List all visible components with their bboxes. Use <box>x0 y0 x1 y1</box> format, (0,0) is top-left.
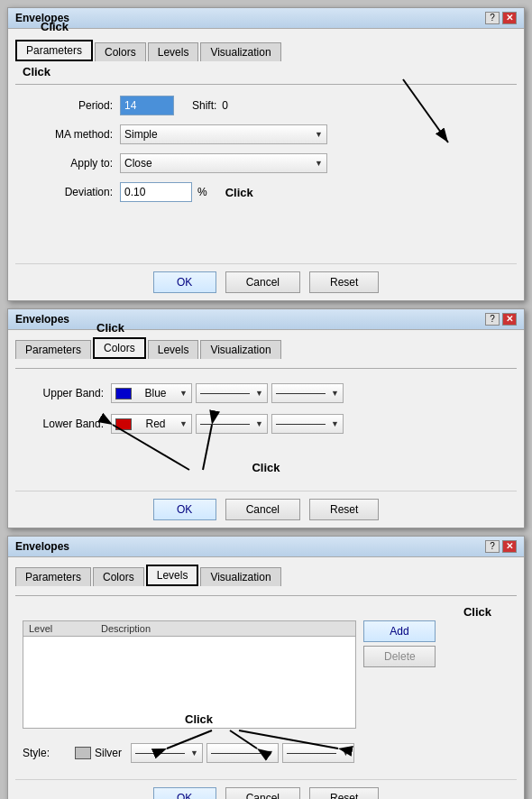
upper-band-dropdown-arrow: ▼ <box>179 389 188 398</box>
lower-band-line-style-2[interactable]: ▼ <box>271 414 344 434</box>
deviation-row: Deviation: % Click <box>23 182 509 202</box>
levels-col-desc: Description <box>101 623 151 634</box>
tab-levels-1[interactable]: Levels <box>148 42 199 61</box>
dialog-colors: Envelopes ? ✕ Parameters Colors Levels V… <box>7 308 525 528</box>
period-row: Period: Shift: 0 <box>23 96 509 115</box>
tab-visualization-3[interactable]: Visualization <box>200 567 280 586</box>
cancel-button-3[interactable]: Cancel <box>225 787 300 799</box>
help-button-2[interactable]: ? <box>485 313 500 326</box>
tab-content-1: Period: Shift: 0 MA method: Simple ▼ App… <box>15 84 517 215</box>
style-line-preview-3 <box>287 753 336 754</box>
tab-colors-1[interactable]: Colors <box>95 42 146 61</box>
cancel-button-2[interactable]: Cancel <box>225 499 300 520</box>
titlebar-buttons-2: ? ✕ <box>485 313 517 326</box>
lower-band-row: Lower Band: Red ▼ ▼ ▼ <box>23 414 509 434</box>
annotation-click-colors: Click <box>23 461 509 474</box>
style-row: Style: Silver ▼ ▼ ▼ <box>23 743 509 763</box>
help-button-3[interactable]: ? <box>485 540 500 553</box>
upper-line-preview-1 <box>200 393 250 394</box>
titlebar-3: Envelopes ? ✕ <box>8 537 524 557</box>
ok-button-1[interactable]: OK <box>153 271 216 293</box>
tabs-2: Parameters Colors Levels Visualization <box>15 337 517 359</box>
reset-button-2[interactable]: Reset <box>309 499 379 520</box>
titlebar-1: Envelopes ? ✕ <box>8 8 524 29</box>
add-button[interactable]: Add <box>363 620 436 642</box>
levels-col-level: Level <box>29 623 101 634</box>
button-row-2: OK Cancel Reset <box>15 491 517 520</box>
ok-button-3[interactable]: OK <box>153 787 216 799</box>
style-line-dropdown-1[interactable]: ▼ <box>131 743 203 763</box>
levels-side-buttons: Add Delete <box>363 620 436 667</box>
upper-band-color-dropdown[interactable]: Blue ▼ <box>111 383 192 403</box>
upper-line-arrow-2: ▼ <box>331 389 339 398</box>
tabs-3: Parameters Colors Levels Visualization <box>15 565 517 586</box>
tab-visualization-1[interactable]: Visualization <box>200 42 280 61</box>
style-color-swatch <box>75 747 91 759</box>
dialog1-content: Click Parameters Colors Levels Visualiza… <box>8 29 524 300</box>
lower-line-preview-2 <box>276 424 326 425</box>
style-line-preview-1 <box>135 753 185 754</box>
ma-method-dropdown[interactable]: Simple ▼ <box>120 124 327 144</box>
shift-value: 0 <box>222 99 228 112</box>
cancel-button-1[interactable]: Cancel <box>225 271 300 293</box>
style-color-name: Silver <box>95 747 122 759</box>
tab-content-2: Upper Band: Blue ▼ ▼ ▼ Lower Band: <box>15 368 517 478</box>
ma-method-value: Simple <box>124 128 158 141</box>
upper-band-line-style-2[interactable]: ▼ <box>271 383 344 403</box>
reset-button-3[interactable]: Reset <box>309 787 379 799</box>
pct-label: % <box>197 186 207 198</box>
lower-band-color-dropdown[interactable]: Red ▼ <box>111 414 192 434</box>
levels-table-body[interactable] <box>23 637 355 718</box>
button-row-3: OK Cancel Reset <box>15 779 517 799</box>
dialog-title-3: Envelopes <box>15 540 69 553</box>
tab-colors-2[interactable]: Colors <box>93 337 146 359</box>
style-label: Style: <box>23 747 68 759</box>
tab-colors-3[interactable]: Colors <box>93 567 144 586</box>
dialog2-content: Parameters Colors Levels Visualization C… <box>8 330 524 528</box>
button-row-1: OK Cancel Reset <box>15 263 517 293</box>
annotation-label-1: Click <box>23 65 517 78</box>
reset-button-1[interactable]: Reset <box>309 271 379 293</box>
style-line-preview-2 <box>211 753 261 754</box>
lower-band-line-style-1[interactable]: ▼ <box>196 414 268 434</box>
levels-table-header: Level Description <box>23 621 355 637</box>
dialog-parameters: Envelopes ? ✕ Click Parameters Colors Le… <box>7 7 525 301</box>
tab-parameters-1[interactable]: Parameters <box>15 40 93 61</box>
style-line-arrow-1: ▼ <box>190 748 198 758</box>
annotation-click-style: Click <box>185 712 213 726</box>
period-label: Period: <box>23 99 113 112</box>
apply-to-row: Apply to: Close ▼ <box>23 153 509 173</box>
style-line-dropdown-3[interactable]: ▼ <box>282 743 354 763</box>
lower-line-arrow-2: ▼ <box>331 419 339 428</box>
tab-visualization-2[interactable]: Visualization <box>200 340 280 359</box>
delete-button[interactable]: Delete <box>363 646 436 667</box>
titlebar-buttons-1: ? ✕ <box>485 12 517 24</box>
deviation-input[interactable] <box>120 182 192 202</box>
shift-label: Shift: <box>192 99 216 112</box>
period-input[interactable] <box>120 96 174 115</box>
style-line-dropdown-2[interactable]: ▼ <box>206 743 279 763</box>
close-button-1[interactable]: ✕ <box>502 12 517 24</box>
lower-line-arrow-1: ▼ <box>255 419 263 428</box>
tab-parameters-3[interactable]: Parameters <box>15 567 91 586</box>
close-button-3[interactable]: ✕ <box>502 540 517 553</box>
close-button-2[interactable]: ✕ <box>502 313 517 326</box>
dialog3-content: Parameters Colors Levels Visualization C… <box>8 557 524 799</box>
lower-band-label: Lower Band: <box>23 418 104 430</box>
ok-button-2[interactable]: OK <box>153 499 216 520</box>
upper-line-preview-2 <box>276 393 326 394</box>
annotation-click-1: Click <box>41 20 69 33</box>
upper-band-line-style-1[interactable]: ▼ <box>196 383 268 403</box>
tab-levels-2[interactable]: Levels <box>148 340 199 359</box>
help-button-1[interactable]: ? <box>485 12 500 24</box>
tabs-1: Parameters Colors Levels Visualization <box>15 40 517 61</box>
apply-to-arrow: ▼ <box>315 159 323 168</box>
upper-band-swatch <box>115 388 132 400</box>
tab-levels-3[interactable]: Levels <box>146 565 199 586</box>
apply-to-dropdown[interactable]: Close ▼ <box>120 153 327 173</box>
tab-content-3: Click Level Description Add Delete <box>15 595 517 767</box>
dialog-levels: Envelopes ? ✕ Parameters Colors Levels V… <box>7 536 525 799</box>
upper-band-row: Upper Band: Blue ▼ ▼ ▼ <box>23 383 509 403</box>
tab-parameters-2[interactable]: Parameters <box>15 340 91 359</box>
ma-method-label: MA method: <box>23 128 113 141</box>
